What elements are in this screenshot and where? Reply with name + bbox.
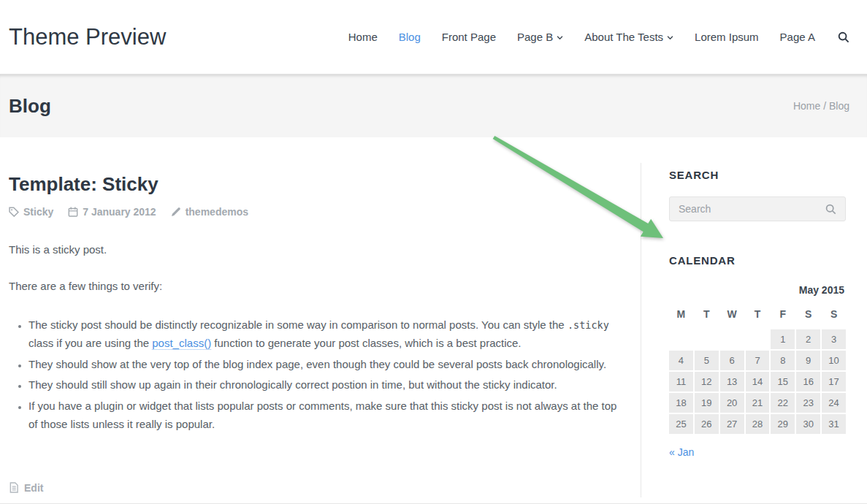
nav-item-front-page[interactable]: Front Page: [442, 31, 496, 43]
tag-icon: [9, 207, 19, 217]
post-author[interactable]: themedemos: [171, 206, 248, 218]
calendar-day-headers: M T W T F S S: [669, 308, 846, 320]
calendar-grid: 1 2 3 4 5 6 7 8 9 10 11 12 13 14 15 16 1…: [669, 329, 846, 434]
calendar-cell: [695, 329, 719, 349]
page-title: Blog: [9, 95, 51, 118]
nav-item-page-a[interactable]: Page A: [780, 31, 815, 43]
calendar-cell: 7: [746, 351, 770, 370]
breadcrumb[interactable]: Home / Blog: [793, 100, 849, 112]
edit-link[interactable]: Edit: [9, 482, 626, 494]
calendar-cell: 23: [796, 393, 820, 413]
search-icon[interactable]: [825, 204, 836, 215]
post-article: Template: Sticky Sticky 7 January 2012 t…: [9, 137, 641, 503]
day-header: S: [796, 308, 820, 320]
calendar-cell: 19: [695, 393, 719, 413]
chevron-down-icon: [667, 36, 673, 40]
calendar-cell: 29: [771, 414, 795, 434]
calendar-cell: [669, 329, 693, 349]
calendar-cell: 30: [796, 414, 820, 434]
calendar-cell: 1: [771, 329, 795, 349]
calendar-cell: 9: [796, 351, 820, 370]
content-row: Template: Sticky Sticky 7 January 2012 t…: [0, 137, 867, 504]
post-class-link[interactable]: post_class(): [152, 337, 211, 350]
post-bullet-list: The sticky post should be distinctly rec…: [9, 316, 626, 434]
calendar-cell: 2: [796, 329, 820, 349]
page-title-bar: Blog Home / Blog: [0, 74, 867, 137]
post-meta: Sticky 7 January 2012 themedemos: [9, 206, 626, 218]
pencil-icon: [171, 207, 181, 217]
calendar-cell: [720, 329, 744, 349]
calendar-widget-heading: CALENDAR: [669, 254, 846, 267]
calendar-cell: 5: [695, 351, 719, 370]
calendar-widget: CALENDAR May 2015 M T W T F S S 1 2 3 4: [669, 254, 846, 459]
chevron-down-icon: [557, 36, 563, 40]
post-paragraph: This is a sticky post.: [9, 243, 626, 256]
nav-label: Page B: [517, 31, 553, 43]
day-header: M: [669, 308, 693, 320]
calendar-cell: 16: [796, 372, 820, 392]
post-title[interactable]: Template: Sticky: [9, 173, 626, 196]
calendar-cell: 6: [720, 351, 744, 370]
nav-label: Front Page: [442, 31, 496, 43]
day-header: W: [720, 308, 744, 320]
site-title[interactable]: Theme Preview: [9, 24, 166, 50]
post-body: This is a sticky post. There are a few t…: [9, 243, 626, 434]
main-nav: Home Blog Front Page Page B About The Te…: [348, 31, 849, 43]
sidebar: SEARCH CALENDAR May 2015 M T W T F S S: [641, 163, 846, 497]
list-item: The sticky post should be distinctly rec…: [28, 316, 626, 353]
bullet-text: function to generate your post classes, …: [211, 337, 521, 349]
nav-item-about-the-tests[interactable]: About The Tests: [584, 31, 673, 43]
calendar-cell: 13: [720, 372, 744, 392]
list-item: They should still show up again in their…: [28, 376, 626, 394]
calendar-cell: 11: [669, 372, 693, 392]
nav-item-home[interactable]: Home: [348, 31, 378, 43]
calendar-cell: 27: [720, 414, 744, 434]
edit-label: Edit: [24, 482, 43, 494]
file-icon: [9, 482, 19, 493]
calendar-cell: 26: [695, 414, 719, 434]
nav-label: About The Tests: [584, 31, 663, 43]
calendar-cell: 21: [746, 393, 770, 413]
calendar-cell: 8: [771, 351, 795, 370]
calendar-cell: 4: [669, 351, 693, 370]
post-tag-label: Sticky: [23, 206, 53, 218]
nav-item-page-b[interactable]: Page B: [517, 31, 563, 43]
search-widget: SEARCH: [669, 169, 846, 221]
list-item: They should show at the very top of the …: [28, 356, 626, 374]
bullet-text: The sticky post should be distinctly rec…: [28, 318, 568, 331]
search-input[interactable]: [679, 203, 825, 215]
nav-item-blog[interactable]: Blog: [399, 31, 421, 43]
post-date-label: 7 January 2012: [83, 206, 156, 218]
nav-item-lorem-ipsum[interactable]: Lorem Ipsum: [695, 31, 759, 43]
post-paragraph: There are a few things to verify:: [9, 280, 626, 292]
day-header: S: [822, 308, 846, 320]
nav-label: Page A: [780, 31, 815, 43]
calendar-cell: 3: [822, 329, 846, 349]
nav-label: Home: [348, 31, 378, 43]
post-date[interactable]: 7 January 2012: [68, 206, 156, 218]
calendar-cell: 12: [695, 372, 719, 392]
calendar-prev-month-link[interactable]: « Jan: [669, 446, 694, 458]
day-header: F: [771, 308, 795, 320]
site-header: Theme Preview Home Blog Front Page Page …: [0, 0, 867, 74]
day-header: T: [695, 308, 719, 320]
day-header: T: [746, 308, 770, 320]
nav-label: Lorem Ipsum: [695, 31, 759, 43]
nav-label: Blog: [399, 31, 421, 43]
calendar-cell: 15: [771, 372, 795, 392]
search-icon[interactable]: [838, 31, 849, 43]
search-widget-heading: SEARCH: [669, 169, 846, 181]
calendar-cell: 10: [822, 351, 846, 370]
calendar-month-caption: May 2015: [669, 284, 846, 296]
calendar-cell: 31: [822, 414, 846, 434]
bullet-text: class if you are using the: [28, 337, 152, 349]
search-box: [669, 196, 846, 221]
calendar-cell: [746, 329, 770, 349]
calendar-cell: 22: [771, 393, 795, 413]
post-tag[interactable]: Sticky: [9, 206, 53, 218]
calendar-cell: 20: [720, 393, 744, 413]
calendar-cell: 25: [669, 414, 693, 434]
calendar-icon: [68, 207, 78, 217]
calendar-cell: 24: [822, 393, 846, 413]
calendar-cell: 14: [746, 372, 770, 392]
